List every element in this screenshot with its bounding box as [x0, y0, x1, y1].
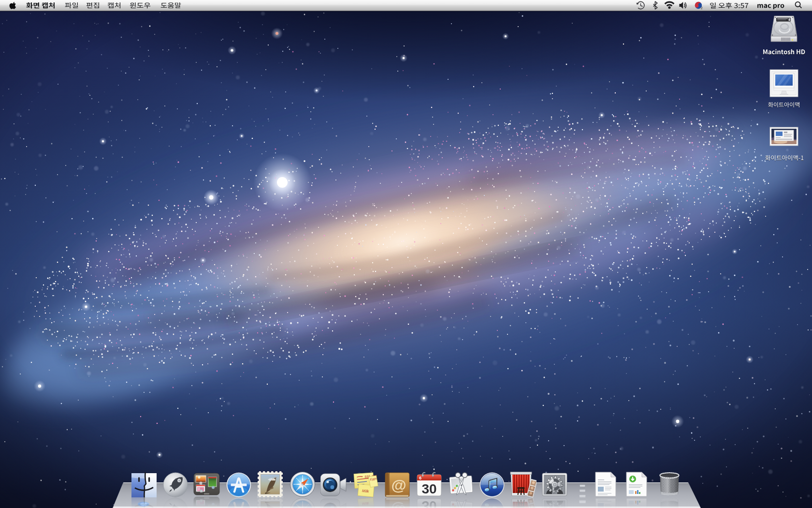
- svg-text:6: 6: [419, 476, 421, 480]
- svg-text:@: @: [391, 477, 406, 494]
- svg-text:30: 30: [421, 481, 436, 496]
- svg-text:2: 2: [701, 6, 703, 10]
- svg-text:Milk: Milk: [362, 489, 370, 493]
